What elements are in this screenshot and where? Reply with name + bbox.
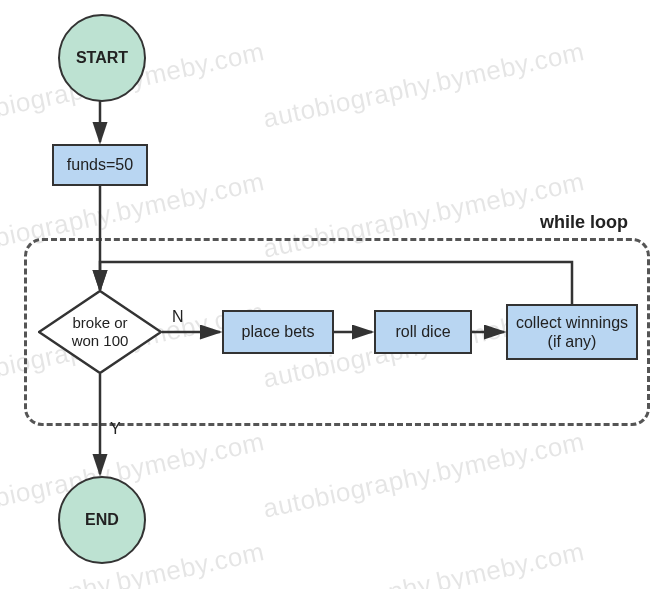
roll-dice-label: roll dice <box>395 323 450 341</box>
place-bets-label: place bets <box>242 323 315 341</box>
start-node-label: START <box>76 49 128 67</box>
place-bets-node: place bets <box>222 310 334 354</box>
start-node: START <box>58 14 146 102</box>
init-funds-label: funds=50 <box>67 156 133 174</box>
collect-winnings-label: collect winnings (if any) <box>516 313 628 351</box>
decision-node: broke or won 100 <box>38 290 162 374</box>
edge-label-yes: Y <box>110 420 121 438</box>
end-node-label: END <box>85 511 119 529</box>
collect-winnings-node: collect winnings (if any) <box>506 304 638 360</box>
init-funds-node: funds=50 <box>52 144 148 186</box>
flowchart-canvas: autobiography.bymeby.com autobiography.b… <box>0 0 672 589</box>
decision-label: broke or won 100 <box>72 314 129 350</box>
end-node: END <box>58 476 146 564</box>
edge-label-no: N <box>172 308 184 326</box>
roll-dice-node: roll dice <box>374 310 472 354</box>
